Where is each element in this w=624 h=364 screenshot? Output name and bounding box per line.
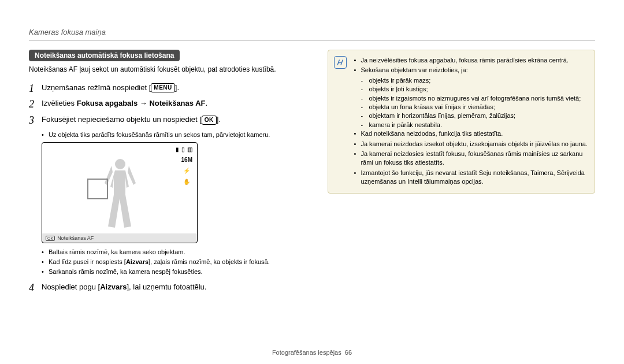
note-text: Ja kamerai neizdosies iestatīt fokusu, f… [361, 150, 588, 168]
note-text: Izmantojot šo funkciju, jūs nevarat iest… [361, 169, 588, 187]
bullet-text: Kad līdz pusei ir nospiests [ [49, 258, 126, 265]
step-1: 1 Uzņemšanas režīmā nospiediet [MENU]. [29, 83, 310, 95]
bullet-text: Uz objekta tiks parādīts fokusēšanās rām… [49, 131, 270, 139]
note-text: Ja neizvēlēsities fokusa apgabalu, fokus… [361, 56, 569, 65]
note-callout: •Ja neizvēlēsities fokusa apgabalu, foku… [328, 50, 595, 194]
note-dash: objekts ir izgaismots no aizmugures vai … [369, 94, 581, 103]
step-2: 2 Izvēlieties Fokusa apgabals → Noteikša… [29, 98, 310, 111]
step-3-sublist: •Uz objekta tiks parādīts fokusēšanās rā… [42, 131, 310, 139]
flash-icon: ⚡ [183, 168, 190, 174]
bullet-bold: Aizvars [126, 258, 148, 265]
step-3-sublist-after: •Baltais rāmis nozīmē, ka kamera seko ob… [42, 248, 310, 276]
note-dash: kamera ir pārāk nestabila. [369, 121, 442, 129]
ok-tag-icon: OK [202, 116, 217, 125]
header-divider [29, 40, 595, 40]
breadcrumb-title: Kameras fokusa maiņa [29, 28, 595, 36]
ok-small-tag: OK [46, 236, 55, 241]
battery-icon: ▥ [187, 146, 192, 153]
step-text: Nospiediet pogu [ [42, 283, 100, 291]
step-arrow: → [138, 99, 149, 107]
step-number: 3 [29, 114, 42, 127]
bullet-text: Baltais rāmis nozīmē, ka kamera seko obj… [49, 248, 185, 257]
note-text: Sekošana objektam var neizdoties, ja: [361, 66, 467, 75]
camera-preview-illustration: ▮ ▯ ▥ 16M ⚡ ✋ OK Noteikšanas AF [42, 142, 198, 243]
note-text: Kad noteikšana neizdodas, funkcija tiks … [361, 129, 503, 138]
step-text: ]. [175, 83, 179, 92]
step-3: 3 Fokusējiet nepieciešamo objektu un nos… [29, 114, 310, 127]
note-dash: objekts ir pārāk mazs; [369, 76, 430, 85]
card-icon: ▯ [181, 146, 185, 153]
step-bold: Noteikšanas AF [149, 99, 205, 107]
footer-section: Fotografēšanas iespējas [272, 349, 341, 356]
step-text: . [205, 99, 207, 107]
step-4: 4 Nospiediet pogu [Aizvars], lai uzņemtu… [29, 282, 310, 295]
resolution-icon: 16M [181, 157, 192, 163]
battery-bar-icon: ▮ [176, 146, 179, 153]
bullet-text: ], zaļais rāmis nozīmē, ka objekts ir fo… [148, 258, 270, 265]
section-heading-chip: Noteikšanas automātiskā fokusa lietošana [29, 50, 180, 61]
intro-text: Noteikšanas AF ļauj sekot un automātiski… [29, 65, 310, 75]
focus-frame-icon [87, 179, 108, 199]
hand-icon: ✋ [183, 179, 190, 185]
note-dash: objektam ir horizontālas līnijas, piemēr… [369, 112, 515, 120]
page-footer: Fotografēšanas iespējas 66 [0, 349, 624, 356]
note-icon [334, 56, 347, 69]
footer-page-number: 66 [345, 349, 352, 356]
bullet-text: Sarkanais rāmis nozīmē, ka kamera nespēj… [49, 268, 203, 276]
step-text: ]. [217, 115, 221, 124]
display-mode-label: Noteikšanas AF [57, 235, 94, 241]
step-number: 4 [29, 282, 42, 295]
step-text: Uzņemšanas režīmā nospiediet [ [42, 83, 151, 92]
step-text: ], lai uzņemtu fotoattēlu. [127, 283, 206, 291]
step-bold: Fokusa apgabals [77, 99, 138, 107]
step-number: 2 [29, 98, 42, 111]
step-text: Fokusējiet nepieciešamo objektu un nospi… [42, 115, 202, 124]
step-number: 1 [29, 83, 42, 95]
note-dash: objekta un fona krāsas vai līnijas ir vi… [369, 103, 495, 112]
note-dash: objekts ir ļoti kustīgs; [369, 85, 428, 94]
menu-tag-icon: MENU [151, 83, 174, 92]
step-text: Izvēlieties [42, 99, 77, 107]
step-bold: Aizvars [100, 283, 127, 291]
note-text: Ja kamerai neizdodas izsekot objektu, iz… [361, 140, 588, 148]
